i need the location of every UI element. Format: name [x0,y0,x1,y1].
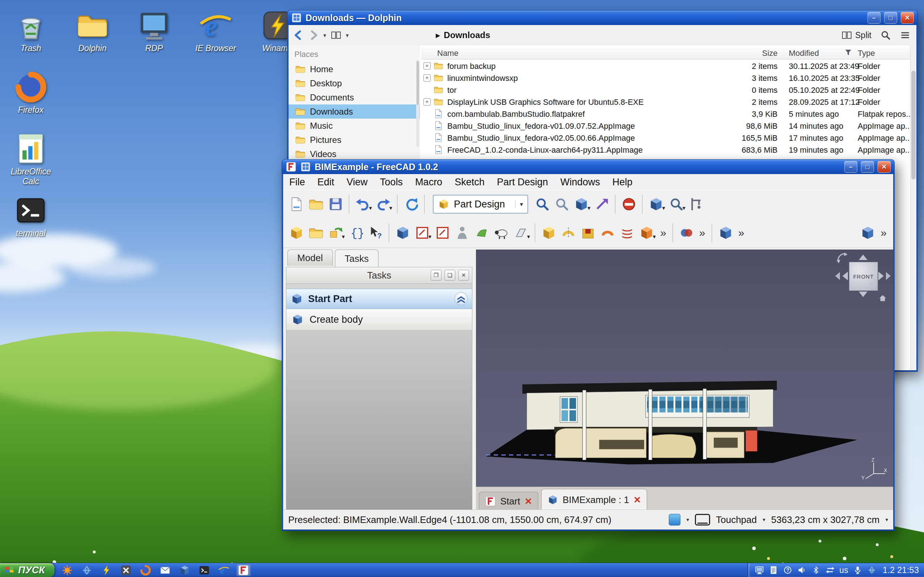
quicklaunch-winamp-icon[interactable] [99,564,114,576]
dock-panel-button[interactable]: ❑ [444,270,455,281]
tab-start[interactable]: Start ✕ [479,492,538,510]
help-tray-icon[interactable] [783,566,792,575]
table-row[interactable]: + linuxmintwindowsxp 3 items 16.10.2025 … [421,72,911,84]
desktop-icon-firefox[interactable]: Firefox [2,67,60,115]
dressup-button[interactable] [716,223,736,243]
maximize-button[interactable]: □ [861,161,874,172]
start-button[interactable]: ПУСК [0,563,55,577]
quicklaunch-x-app-icon[interactable] [119,564,133,576]
sidebar-item-documents[interactable]: Documents [289,90,420,105]
menu-file[interactable]: File [283,177,312,188]
rotate-view-icon[interactable] [836,252,848,264]
maximize-button[interactable]: □ [884,12,897,24]
create-group-button[interactable] [306,223,326,243]
groove-button[interactable] [598,223,617,243]
minimize-button[interactable]: – [844,161,857,172]
tab-model[interactable]: Model [288,250,333,266]
shapebinder-button[interactable] [472,223,492,243]
navigation-cube[interactable]: FRONT [835,251,890,302]
expander-icon[interactable]: + [423,62,431,69]
table-row[interactable]: com.bambulab.BambuStudio.flatpakref 3,9 … [421,108,911,120]
window-menu-icon[interactable] [300,161,311,172]
home-view-icon[interactable] [879,295,887,302]
nav-left-arrow[interactable] [842,272,848,280]
refresh-button[interactable] [401,194,421,214]
desktop-icon-calc[interactable]: LibreOffice Calc [2,128,60,186]
link-dropdown-icon[interactable]: ▾ [342,233,345,240]
quicklaunch-firefox-icon[interactable] [138,564,153,576]
toolbar-overflow-icon[interactable]: » [699,227,705,239]
helix-button[interactable] [617,223,637,243]
save-button[interactable] [326,194,345,214]
render-dropdown-icon[interactable]: ▾ [686,516,689,523]
primitive-dropdown-icon[interactable]: ▾ [653,233,656,240]
close-button[interactable]: ✕ [877,161,891,172]
places-scrollbar[interactable] [416,60,419,147]
collapse-section-button[interactable] [455,292,468,305]
quicklaunch-freecad-icon[interactable] [236,564,251,576]
search-icon[interactable] [880,30,891,40]
edit-sketch-button[interactable] [433,223,452,243]
unit-dropdown-icon[interactable]: ▾ [885,516,888,523]
3d-viewport[interactable]: FRONT Z X Y [476,250,893,487]
menu-edit[interactable]: Edit [312,177,341,188]
keyboard-layout-indicator[interactable]: us [840,566,848,575]
volume-tray-icon[interactable] [797,566,807,575]
sidebar-item-music[interactable]: Music [289,119,420,133]
column-header-size[interactable]: Size [696,48,778,58]
axo-dropdown-icon[interactable]: ▾ [662,205,665,211]
new-document-button[interactable] [287,194,306,214]
redo-dropdown-icon[interactable]: ▾ [389,205,392,211]
nav-left-chevron[interactable] [835,272,840,280]
create-body-button[interactable] [393,223,413,243]
close-tab-icon[interactable]: ✕ [524,496,532,507]
back-button[interactable] [293,30,304,40]
close-panel-button[interactable]: ✕ [458,270,469,281]
menu-help[interactable]: Help [606,177,639,188]
quicklaunch-browser-icon[interactable] [80,564,94,576]
pocket-button[interactable] [578,223,598,243]
sync-view-button[interactable] [592,194,612,214]
tab-tasks[interactable]: Tasks [335,250,378,267]
whats-this-button[interactable] [366,223,385,243]
tab-bimexample[interactable]: BIMExample : 1 ✕ [541,489,647,510]
view-mode-icon[interactable] [331,30,341,40]
mannequin-button[interactable] [452,223,472,243]
column-header-name[interactable]: Name [437,48,458,58]
fit-all-button[interactable] [532,194,552,214]
quicklaunch-terminal-icon[interactable] [197,564,212,576]
quicklaunch-ie-icon[interactable] [217,564,231,576]
history-dropdown-icon[interactable]: ▾ [323,32,326,39]
sketcher-tools-button[interactable] [858,223,877,243]
pad-button[interactable] [539,223,559,243]
table-row[interactable]: + DisplayLink USB Graphics Software for … [421,96,911,108]
menu-icon[interactable] [900,30,911,40]
scrollbar-thumb[interactable] [911,71,916,179]
expression-button[interactable] [346,223,366,243]
toolbar-overflow-icon[interactable]: » [881,227,887,239]
view-dropdown-icon[interactable]: ▾ [588,205,590,211]
menu-sketch[interactable]: Sketch [448,177,491,188]
expander-icon[interactable]: + [423,98,431,106]
datum-dropdown-icon[interactable]: ▾ [527,233,530,240]
nav-down-arrow[interactable] [859,292,868,297]
forward-button[interactable] [308,30,319,40]
clone-button[interactable] [492,223,511,243]
sketch-dropdown-icon[interactable]: ▾ [429,233,431,240]
workbench-selector[interactable]: Part Design ▾ [433,195,528,214]
close-button[interactable]: ✕ [901,12,914,24]
navstyle-dropdown-icon[interactable]: ▾ [763,516,766,523]
nav-right-chevron[interactable] [886,272,891,280]
view-mode-dropdown-icon[interactable]: ▾ [346,32,349,39]
menu-windows[interactable]: Windows [554,177,606,188]
sync-tray-icon[interactable] [825,566,835,575]
menu-view[interactable]: View [341,177,374,188]
clipping-button[interactable] [619,194,639,214]
sidebar-item-desktop[interactable]: Desktop [289,76,420,90]
clock[interactable]: 1.2 21:53 [883,565,919,575]
toolbar-overflow-icon[interactable]: » [738,227,744,239]
minimize-button[interactable]: – [868,12,881,24]
float-panel-button[interactable]: ❐ [431,270,442,281]
display-tray-icon[interactable] [755,566,764,575]
open-button[interactable] [306,194,326,214]
